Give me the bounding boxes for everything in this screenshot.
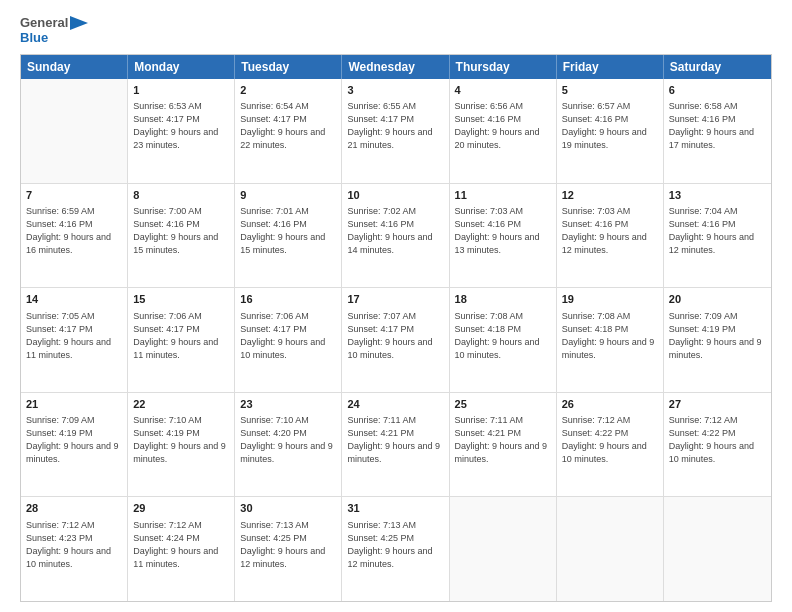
page: General Blue SundayMondayTuesdayWednesda…: [0, 0, 792, 612]
calendar-cell: 12 Sunrise: 7:03 AMSunset: 4:16 PMDaylig…: [557, 184, 664, 288]
calendar-week-3: 14 Sunrise: 7:05 AMSunset: 4:17 PMDaylig…: [21, 288, 771, 393]
cell-info: Sunrise: 7:12 AMSunset: 4:22 PMDaylight:…: [669, 414, 766, 466]
calendar-cell: 13 Sunrise: 7:04 AMSunset: 4:16 PMDaylig…: [664, 184, 771, 288]
day-number: 11: [455, 188, 551, 203]
calendar-cell: 31 Sunrise: 7:13 AMSunset: 4:25 PMDaylig…: [342, 497, 449, 601]
logo-arrow-icon: [70, 16, 88, 30]
day-number: 19: [562, 292, 658, 307]
day-number: 20: [669, 292, 766, 307]
calendar-cell: 28 Sunrise: 7:12 AMSunset: 4:23 PMDaylig…: [21, 497, 128, 601]
cell-info: Sunrise: 7:13 AMSunset: 4:25 PMDaylight:…: [240, 519, 336, 571]
calendar: SundayMondayTuesdayWednesdayThursdayFrid…: [20, 54, 772, 602]
cell-info: Sunrise: 7:13 AMSunset: 4:25 PMDaylight:…: [347, 519, 443, 571]
cell-info: Sunrise: 7:12 AMSunset: 4:23 PMDaylight:…: [26, 519, 122, 571]
calendar-cell: 8 Sunrise: 7:00 AMSunset: 4:16 PMDayligh…: [128, 184, 235, 288]
header-day-monday: Monday: [128, 55, 235, 79]
calendar-cell: 25 Sunrise: 7:11 AMSunset: 4:21 PMDaylig…: [450, 393, 557, 497]
cell-info: Sunrise: 7:03 AMSunset: 4:16 PMDaylight:…: [455, 205, 551, 257]
cell-info: Sunrise: 7:01 AMSunset: 4:16 PMDaylight:…: [240, 205, 336, 257]
cell-info: Sunrise: 7:06 AMSunset: 4:17 PMDaylight:…: [133, 310, 229, 362]
day-number: 8: [133, 188, 229, 203]
day-number: 6: [669, 83, 766, 98]
calendar-cell: 26 Sunrise: 7:12 AMSunset: 4:22 PMDaylig…: [557, 393, 664, 497]
calendar-cell: 17 Sunrise: 7:07 AMSunset: 4:17 PMDaylig…: [342, 288, 449, 392]
header-day-friday: Friday: [557, 55, 664, 79]
header-day-wednesday: Wednesday: [342, 55, 449, 79]
cell-info: Sunrise: 7:10 AMSunset: 4:19 PMDaylight:…: [133, 414, 229, 466]
calendar-cell: 22 Sunrise: 7:10 AMSunset: 4:19 PMDaylig…: [128, 393, 235, 497]
day-number: 16: [240, 292, 336, 307]
cell-info: Sunrise: 6:56 AMSunset: 4:16 PMDaylight:…: [455, 100, 551, 152]
day-number: 27: [669, 397, 766, 412]
calendar-cell: 14 Sunrise: 7:05 AMSunset: 4:17 PMDaylig…: [21, 288, 128, 392]
calendar-cell: 21 Sunrise: 7:09 AMSunset: 4:19 PMDaylig…: [21, 393, 128, 497]
day-number: 14: [26, 292, 122, 307]
day-number: 15: [133, 292, 229, 307]
cell-info: Sunrise: 7:10 AMSunset: 4:20 PMDaylight:…: [240, 414, 336, 466]
calendar-cell: [450, 497, 557, 601]
day-number: 13: [669, 188, 766, 203]
day-number: 12: [562, 188, 658, 203]
calendar-cell: 23 Sunrise: 7:10 AMSunset: 4:20 PMDaylig…: [235, 393, 342, 497]
cell-info: Sunrise: 7:00 AMSunset: 4:16 PMDaylight:…: [133, 205, 229, 257]
cell-info: Sunrise: 7:03 AMSunset: 4:16 PMDaylight:…: [562, 205, 658, 257]
day-number: 22: [133, 397, 229, 412]
cell-info: Sunrise: 6:53 AMSunset: 4:17 PMDaylight:…: [133, 100, 229, 152]
calendar-cell: 6 Sunrise: 6:58 AMSunset: 4:16 PMDayligh…: [664, 79, 771, 183]
cell-info: Sunrise: 7:06 AMSunset: 4:17 PMDaylight:…: [240, 310, 336, 362]
cell-info: Sunrise: 6:55 AMSunset: 4:17 PMDaylight:…: [347, 100, 443, 152]
calendar-week-1: 1 Sunrise: 6:53 AMSunset: 4:17 PMDayligh…: [21, 79, 771, 184]
logo-text: General Blue: [20, 16, 88, 46]
calendar-cell: 9 Sunrise: 7:01 AMSunset: 4:16 PMDayligh…: [235, 184, 342, 288]
day-number: 28: [26, 501, 122, 516]
calendar-cell: 30 Sunrise: 7:13 AMSunset: 4:25 PMDaylig…: [235, 497, 342, 601]
calendar-cell: 29 Sunrise: 7:12 AMSunset: 4:24 PMDaylig…: [128, 497, 235, 601]
calendar-cell: 27 Sunrise: 7:12 AMSunset: 4:22 PMDaylig…: [664, 393, 771, 497]
calendar-week-5: 28 Sunrise: 7:12 AMSunset: 4:23 PMDaylig…: [21, 497, 771, 601]
day-number: 31: [347, 501, 443, 516]
calendar-cell: 10 Sunrise: 7:02 AMSunset: 4:16 PMDaylig…: [342, 184, 449, 288]
calendar-cell: 15 Sunrise: 7:06 AMSunset: 4:17 PMDaylig…: [128, 288, 235, 392]
header-day-saturday: Saturday: [664, 55, 771, 79]
cell-info: Sunrise: 7:09 AMSunset: 4:19 PMDaylight:…: [26, 414, 122, 466]
day-number: 26: [562, 397, 658, 412]
calendar-cell: 24 Sunrise: 7:11 AMSunset: 4:21 PMDaylig…: [342, 393, 449, 497]
day-number: 5: [562, 83, 658, 98]
day-number: 30: [240, 501, 336, 516]
day-number: 29: [133, 501, 229, 516]
cell-info: Sunrise: 6:59 AMSunset: 4:16 PMDaylight:…: [26, 205, 122, 257]
cell-info: Sunrise: 7:09 AMSunset: 4:19 PMDaylight:…: [669, 310, 766, 362]
calendar-cell: 4 Sunrise: 6:56 AMSunset: 4:16 PMDayligh…: [450, 79, 557, 183]
calendar-cell: [21, 79, 128, 183]
cell-info: Sunrise: 7:08 AMSunset: 4:18 PMDaylight:…: [562, 310, 658, 362]
cell-info: Sunrise: 7:12 AMSunset: 4:22 PMDaylight:…: [562, 414, 658, 466]
day-number: 23: [240, 397, 336, 412]
logo: General Blue: [20, 16, 88, 46]
calendar-cell: 1 Sunrise: 6:53 AMSunset: 4:17 PMDayligh…: [128, 79, 235, 183]
calendar-cell: [664, 497, 771, 601]
calendar-cell: 2 Sunrise: 6:54 AMSunset: 4:17 PMDayligh…: [235, 79, 342, 183]
day-number: 3: [347, 83, 443, 98]
day-number: 24: [347, 397, 443, 412]
day-number: 17: [347, 292, 443, 307]
day-number: 25: [455, 397, 551, 412]
calendar-cell: [557, 497, 664, 601]
cell-info: Sunrise: 6:54 AMSunset: 4:17 PMDaylight:…: [240, 100, 336, 152]
calendar-cell: 16 Sunrise: 7:06 AMSunset: 4:17 PMDaylig…: [235, 288, 342, 392]
svg-marker-0: [70, 16, 88, 30]
day-number: 2: [240, 83, 336, 98]
calendar-cell: 18 Sunrise: 7:08 AMSunset: 4:18 PMDaylig…: [450, 288, 557, 392]
calendar-body: 1 Sunrise: 6:53 AMSunset: 4:17 PMDayligh…: [21, 79, 771, 601]
cell-info: Sunrise: 7:12 AMSunset: 4:24 PMDaylight:…: [133, 519, 229, 571]
day-number: 1: [133, 83, 229, 98]
calendar-cell: 20 Sunrise: 7:09 AMSunset: 4:19 PMDaylig…: [664, 288, 771, 392]
day-number: 21: [26, 397, 122, 412]
cell-info: Sunrise: 7:08 AMSunset: 4:18 PMDaylight:…: [455, 310, 551, 362]
day-number: 18: [455, 292, 551, 307]
cell-info: Sunrise: 6:58 AMSunset: 4:16 PMDaylight:…: [669, 100, 766, 152]
cell-info: Sunrise: 7:02 AMSunset: 4:16 PMDaylight:…: [347, 205, 443, 257]
calendar-header: SundayMondayTuesdayWednesdayThursdayFrid…: [21, 55, 771, 79]
calendar-week-2: 7 Sunrise: 6:59 AMSunset: 4:16 PMDayligh…: [21, 184, 771, 289]
cell-info: Sunrise: 7:07 AMSunset: 4:17 PMDaylight:…: [347, 310, 443, 362]
header-day-sunday: Sunday: [21, 55, 128, 79]
